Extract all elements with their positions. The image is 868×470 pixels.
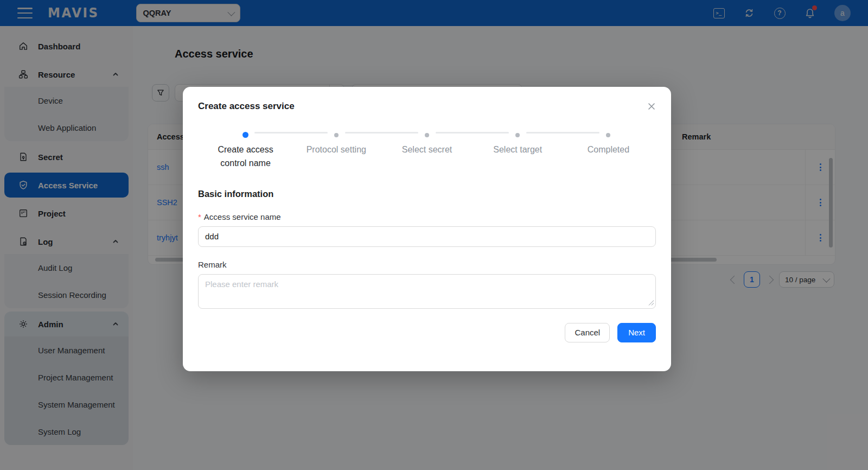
step-select-secret: Select secret <box>381 129 472 170</box>
step-dot <box>425 133 429 137</box>
step-completed: Completed <box>563 129 654 170</box>
remark-textarea[interactable] <box>198 274 656 309</box>
step-create-access-control-name: Create access control name <box>200 129 291 170</box>
step-dot <box>334 133 339 137</box>
remark-label: Remark <box>198 260 656 269</box>
create-access-service-modal: Create access service Create access cont… <box>183 87 671 371</box>
step-select-target: Select target <box>473 129 563 170</box>
step-dot <box>515 133 520 137</box>
step-protocol-setting: Protocol setting <box>291 129 381 170</box>
access-service-name-input[interactable] <box>198 226 656 247</box>
required-mark: * <box>198 212 201 221</box>
step-dot <box>606 133 610 137</box>
close-icon[interactable] <box>645 100 658 113</box>
next-button[interactable]: Next <box>617 323 656 342</box>
step-dot-active <box>242 132 248 138</box>
modal-title: Create access service <box>198 101 295 112</box>
access-service-name-label: *Access service name <box>198 212 656 221</box>
section-title: Basic information <box>198 189 656 199</box>
cancel-button[interactable]: Cancel <box>565 323 610 342</box>
wizard-stepper: Create access control name Protocol sett… <box>200 129 654 170</box>
